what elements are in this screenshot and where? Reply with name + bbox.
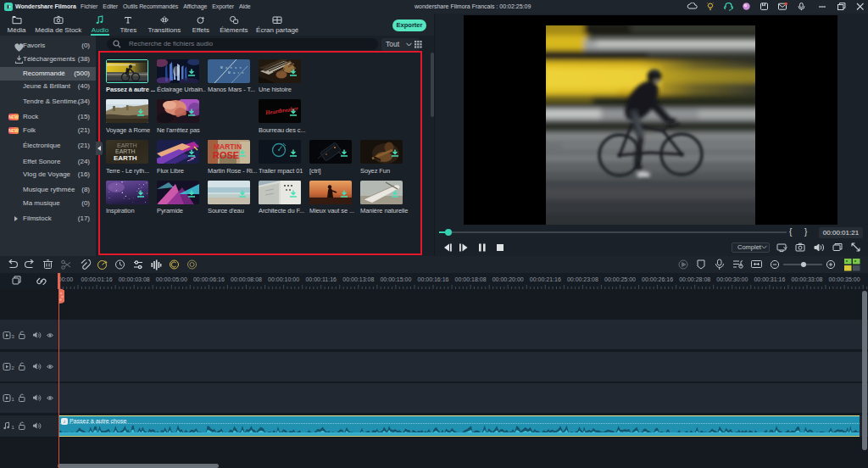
svg-text:1: 1 (12, 397, 15, 402)
svg-text:1: 1 (12, 425, 15, 430)
svg-text:3: 3 (12, 334, 15, 339)
svg-text:2: 2 (12, 365, 15, 370)
